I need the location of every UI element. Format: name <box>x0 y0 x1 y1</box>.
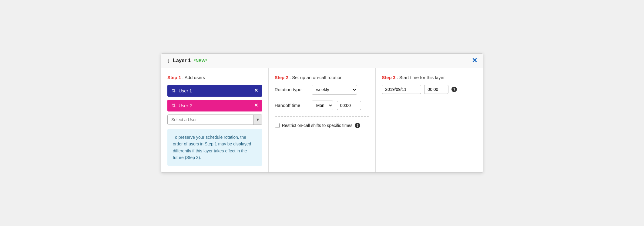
rotation-type-select[interactable]: weekly daily custom <box>312 85 357 95</box>
step3-inputs-row: ? <box>382 85 477 94</box>
start-date-input[interactable] <box>382 85 421 94</box>
user1-label: User 1 <box>179 88 192 93</box>
rotation-type-row: Rotation type weekly daily custom <box>275 85 370 95</box>
step1-text: : Add users <box>182 75 205 80</box>
restrict-checkbox[interactable] <box>275 123 280 128</box>
step1-number: Step 1 <box>167 75 181 80</box>
handoff-day-select[interactable]: Sun Mon Tue Wed Thu Fri Sat <box>312 101 333 110</box>
modal-body: Step 1 : Add users User 1 ✕ User 2 ✕ <box>161 68 483 173</box>
new-badge: *NEW* <box>194 58 207 63</box>
select-user-wrapper[interactable]: ▾ <box>167 115 262 125</box>
start-time-help-icon[interactable]: ? <box>451 87 457 92</box>
info-box: To preserve your schedule rotation, the … <box>167 129 262 166</box>
header-left: ↕ Layer 1 *NEW* <box>167 57 207 64</box>
rotation-type-label: Rotation type <box>275 87 308 92</box>
step2-number: Step 2 <box>275 75 288 80</box>
select-user-arrow-icon[interactable]: ▾ <box>253 115 262 125</box>
step3-column: Step 3 : Start time for this layer ? <box>376 68 483 173</box>
step3-text: : Start time for this layer <box>397 75 445 80</box>
restrict-help-icon[interactable]: ? <box>355 123 360 128</box>
section-divider <box>275 116 370 117</box>
user1-item: User 1 ✕ <box>167 85 262 97</box>
select-user-input[interactable] <box>168 115 253 125</box>
user1-left: User 1 <box>172 88 192 94</box>
step3-number: Step 3 <box>382 75 395 80</box>
user2-drag-icon[interactable] <box>172 103 176 108</box>
handoff-time-row: Handoff time Sun Mon Tue Wed Thu Fri Sat <box>275 101 370 110</box>
user1-remove-button[interactable]: ✕ <box>254 88 258 93</box>
modal-header: ↕ Layer 1 *NEW* ✕ <box>161 54 483 68</box>
user2-left: User 2 <box>172 103 192 108</box>
start-time-input[interactable] <box>424 85 448 94</box>
drag-handle-icon[interactable]: ↕ <box>167 57 170 64</box>
close-button[interactable]: ✕ <box>472 57 477 64</box>
step2-column: Step 2 : Set up an on-call rotation Rota… <box>269 68 376 173</box>
restrict-label: Restrict on-call shifts to specific time… <box>282 123 353 128</box>
step2-label: Step 2 : Set up an on-call rotation <box>275 75 370 80</box>
modal-container: ↕ Layer 1 *NEW* ✕ Step 1 : Add users Use… <box>161 53 483 173</box>
layer-title: Layer 1 <box>173 58 191 64</box>
user2-item: User 2 ✕ <box>167 100 262 111</box>
step1-label: Step 1 : Add users <box>167 75 262 80</box>
step2-text: : Set up an on-call rotation <box>290 75 343 80</box>
step1-column: Step 1 : Add users User 1 ✕ User 2 ✕ <box>161 68 269 173</box>
restrict-row: Restrict on-call shifts to specific time… <box>275 123 370 128</box>
user1-drag-icon[interactable] <box>172 88 176 94</box>
user2-label: User 2 <box>179 103 192 108</box>
info-text: To preserve your schedule rotation, the … <box>173 135 251 160</box>
step3-label: Step 3 : Start time for this layer <box>382 75 477 80</box>
handoff-time-input[interactable] <box>337 101 361 110</box>
handoff-time-label: Handoff time <box>275 103 308 108</box>
user2-remove-button[interactable]: ✕ <box>254 103 258 108</box>
